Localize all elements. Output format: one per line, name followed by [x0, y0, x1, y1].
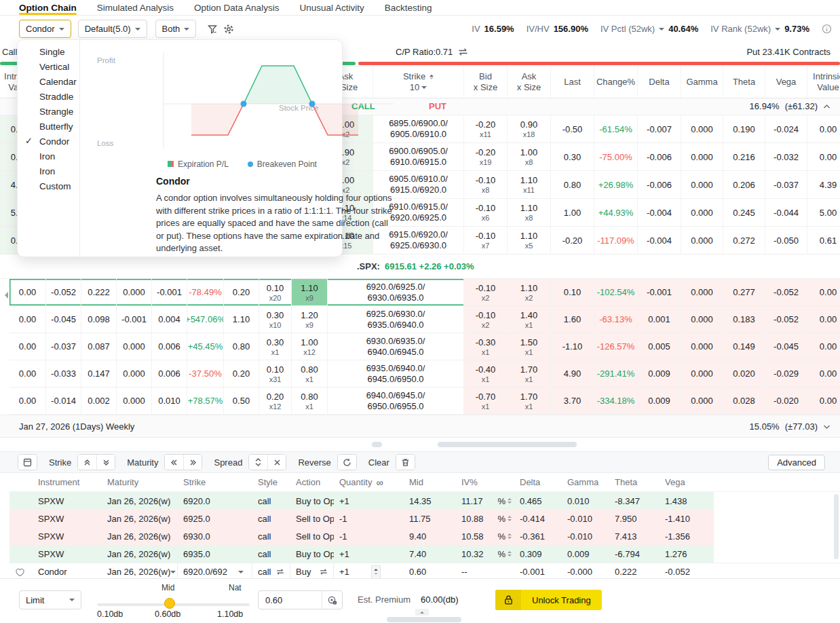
preset-select[interactable]: Default(5.0) — [78, 20, 147, 38]
sort-icon[interactable] — [429, 73, 434, 81]
cell-put-ask[interactable]: 1.00x8 — [508, 143, 551, 170]
cell-put-ask[interactable]: 1.70x1 — [508, 360, 551, 387]
cell-strike[interactable]: 6935.0/6940.0/6945.0/6950.0 — [328, 360, 464, 387]
cell-put-bid[interactable]: -0.40x1 — [464, 360, 508, 387]
strike-up-icon[interactable] — [78, 455, 96, 470]
menu-item-custom-9[interactable]: Custom — [18, 178, 79, 193]
cell-call-ask[interactable]: 1.20x9 — [292, 306, 328, 333]
maturity-back-icon[interactable] — [165, 455, 183, 470]
cell-put-ask[interactable]: 1.50x1 — [508, 333, 551, 360]
tab-option-data-analysis[interactable]: Option Data Analysis — [194, 0, 279, 15]
cell-call-bid[interactable]: 0.30x10 — [259, 306, 292, 333]
stepper-up-icon[interactable] — [508, 531, 512, 535]
stat-iv-rank[interactable]: IV Rank (52wk) 9.73% — [710, 24, 809, 34]
strike-down-icon[interactable] — [96, 455, 115, 470]
leg-select-cell[interactable] — [9, 510, 33, 527]
stepper-up-icon[interactable] — [508, 514, 512, 518]
builder-vertical-scrollbar[interactable] — [834, 494, 839, 559]
cell-put-bid[interactable]: -0.10x2 — [464, 279, 508, 305]
cell-put-ask[interactable]: 0.90x18 — [508, 115, 551, 143]
side-select[interactable]: Both — [155, 20, 197, 38]
price-settings-icon[interactable] — [322, 591, 342, 609]
cell-call-ask[interactable]: 0.80x1 — [292, 388, 328, 414]
leg-action[interactable]: Buy to Op — [290, 492, 334, 510]
leg-qty[interactable]: +1 — [334, 492, 404, 510]
unlock-trading-button[interactable]: Unlock Trading — [495, 590, 602, 610]
bottom-scrollbar-thumb[interactable] — [387, 617, 461, 622]
tab-option-chain[interactable]: Option Chain — [19, 0, 77, 15]
cell-call-ask[interactable]: 0.80x1 — [292, 360, 328, 387]
cell-put-ask[interactable]: 1.10x8 — [508, 199, 551, 226]
cell-put-ask[interactable]: 1.10x5 — [508, 227, 551, 254]
cell-strike[interactable]: 6930.0/6935.0/6940.0/6945.0 — [328, 333, 464, 360]
cell-put-ask[interactable]: 1.40x1 — [508, 306, 551, 333]
leg-iv-field[interactable]: 10.58% — [456, 527, 514, 545]
stepper-down-icon[interactable] — [508, 519, 512, 523]
cell-put-bid[interactable]: -0.20x19 — [464, 143, 508, 170]
info-icon[interactable] — [822, 24, 832, 34]
menu-item-calendar-2[interactable]: Calendar — [18, 74, 79, 89]
filter-icon[interactable] — [204, 21, 221, 37]
order-type-select[interactable]: Limit — [19, 590, 81, 609]
cell-put-bid[interactable]: -0.10x2 — [464, 306, 508, 333]
menu-item-butterfly-5[interactable]: Butterfly — [18, 119, 79, 134]
cell-call-ask[interactable]: 1.00x12 — [292, 333, 328, 360]
tab-simulated-analysis[interactable]: Simulated Analysis — [97, 0, 174, 15]
leg-select-cell[interactable] — [9, 527, 33, 545]
cell-put-ask[interactable]: 1.10x11 — [508, 171, 551, 198]
leg-iv-field[interactable]: 10.32% — [456, 545, 514, 563]
cell-put-bid[interactable]: -0.70x1 — [464, 388, 508, 414]
expiry-group-header-2[interactable]: Jan 27, 2026 (1Days) Weekly 15.05% (±77.… — [0, 415, 840, 438]
leg-action[interactable]: Sell to Op — [290, 527, 334, 545]
cell-call-bid[interactable]: 0.10x31 — [259, 360, 292, 387]
reverse-icon[interactable] — [338, 455, 356, 470]
cell-call-ask[interactable]: 1.10x9 — [292, 279, 328, 305]
leg-select-cell[interactable] — [9, 492, 33, 510]
cell-put-bid[interactable]: -0.20x11 — [464, 115, 508, 143]
leg-qty[interactable]: -1 — [334, 510, 404, 527]
menu-item-single-0[interactable]: Single — [18, 44, 79, 59]
strategy-select[interactable]: Condor — [19, 20, 71, 38]
stepper-down-icon[interactable] — [508, 554, 512, 559]
cell-call-bid[interactable]: 0.30x1 — [259, 333, 292, 360]
chevron-up-icon[interactable] — [823, 104, 831, 109]
iv-stepper[interactable] — [508, 514, 512, 523]
stepper-down-icon[interactable] — [508, 537, 512, 541]
tab-backtesting[interactable]: Backtesting — [385, 0, 432, 15]
cell-strike[interactable]: 6940.0/6945.0/6950.0/6955.0 — [328, 388, 464, 414]
cell-strike[interactable]: 6925.0/6930.0/6935.0/6940.0 — [328, 306, 464, 333]
limit-price-input[interactable] — [259, 595, 318, 605]
stepper-up-icon[interactable] — [508, 549, 512, 553]
scroll-left-icon[interactable] — [1, 292, 8, 299]
menu-item-straddle-3[interactable]: Straddle — [18, 89, 79, 104]
iv-stepper[interactable] — [508, 549, 512, 559]
stepper-down-icon[interactable] — [508, 502, 512, 506]
cell-put-bid[interactable]: -0.10x6 — [464, 199, 508, 226]
limit-price-field[interactable] — [258, 590, 343, 609]
trash-icon[interactable] — [396, 455, 415, 470]
advanced-button[interactable]: Advanced — [768, 455, 825, 470]
leg-action[interactable]: Buy to Op — [290, 545, 334, 563]
cell-put-bid[interactable]: -0.10x7 — [464, 227, 508, 254]
price-slider-handle[interactable] — [164, 598, 175, 609]
cell-call-bid[interactable]: 0.10x20 — [259, 279, 292, 305]
maturity-forward-icon[interactable] — [183, 455, 202, 470]
leg-action[interactable]: Sell to Op — [290, 510, 334, 527]
panel-icon[interactable] — [18, 455, 37, 470]
leg-iv-field[interactable]: 11.17% — [456, 492, 514, 510]
quantity-stepper-buttons[interactable] — [371, 565, 381, 579]
menu-item-iron-7[interactable]: Iron — [18, 149, 79, 164]
menu-item-condor-6[interactable]: ✓Condor — [18, 134, 79, 149]
iv-stepper[interactable] — [508, 531, 512, 541]
spread-widen-icon[interactable] — [249, 455, 267, 470]
stat-iv-pctl[interactable]: IV Pctl (52wk) 40.64% — [600, 24, 698, 34]
cell-put-bid[interactable]: -0.30x1 — [464, 333, 508, 360]
cell-put-bid[interactable]: -0.10x8 — [464, 171, 508, 198]
cell-put-ask[interactable]: 1.70x1 — [508, 388, 551, 414]
leg-qty[interactable]: -1 — [334, 527, 404, 545]
strike-count-select[interactable]: 10 — [410, 82, 427, 93]
menu-item-vertical-1[interactable]: Vertical — [18, 59, 79, 74]
leg-iv-field[interactable]: 10.88% — [456, 510, 514, 527]
heart-icon[interactable] — [15, 567, 25, 577]
link-icon[interactable]: ∞ — [376, 477, 383, 488]
